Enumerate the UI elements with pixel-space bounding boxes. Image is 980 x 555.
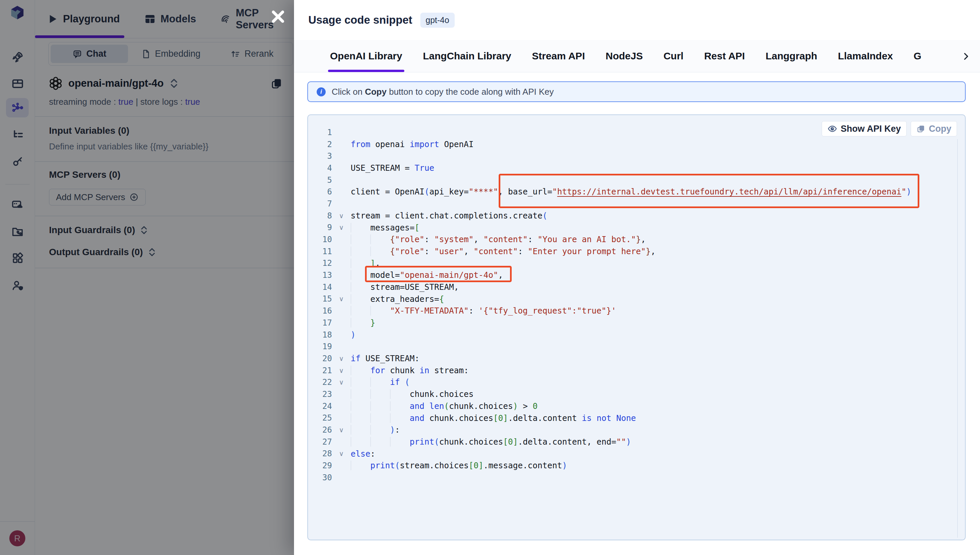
code-text: {"role": "system", "content": "You are a… (351, 233, 646, 245)
line-number: 26 (308, 425, 332, 435)
copy-icon (916, 124, 926, 133)
line-number: 7 (308, 199, 332, 209)
code-line: 27 print(chunk.choices[0].delta.content,… (308, 436, 965, 448)
code-text: stream = client.chat.completions.create( (351, 210, 547, 222)
model-annotation-box (365, 266, 512, 282)
line-number: 17 (308, 318, 332, 327)
code-text: USE_STREAM = True (351, 162, 434, 174)
line-number: 15 (308, 294, 332, 303)
line-number: 20 (308, 354, 332, 363)
code-line: 25 and chunk.choices[0].delta.content is… (308, 412, 965, 424)
code-line: 20∨if USE_STREAM: (308, 353, 965, 364)
code-line: 29 print(stream.choices[0].message.conte… (308, 460, 965, 472)
code-text: ): (351, 424, 400, 436)
copy-info-banner: i Click on Copy button to copy the code … (307, 82, 966, 102)
line-number: 13 (308, 271, 332, 280)
code-text: else: (351, 448, 375, 460)
line-number: 22 (308, 377, 332, 387)
code-line: 8∨stream = client.chat.completions.creat… (308, 210, 965, 222)
show-api-key-button[interactable]: Show API Key (822, 121, 906, 136)
code-line: 4USE_STREAM = True (308, 162, 965, 174)
close-icon[interactable] (269, 7, 287, 26)
code-line: 10 {"role": "system", "content": "You ar… (308, 233, 965, 245)
fold-chevron-icon[interactable]: ∨ (332, 223, 351, 231)
code-line: 19 (308, 340, 965, 353)
code-text: for chunk in stream: (351, 364, 468, 377)
code-text: stream=USE_STREAM, (351, 281, 459, 293)
fold-chevron-icon[interactable]: ∨ (332, 426, 351, 434)
code-line: 17 } (308, 317, 965, 329)
code-line: 9∨ messages=[ (308, 222, 965, 234)
code-line: 16 "X-TFY-METADATA": '{"tfy_log_request"… (308, 305, 965, 317)
line-number: 29 (308, 461, 332, 470)
tabs-scroll-right[interactable] (961, 40, 971, 72)
tab-openai-library[interactable]: OpenAI Library (330, 40, 402, 72)
code-editor: Show API Key Copy 12from openai import O… (307, 114, 966, 541)
code-line: 21∨ for chunk in stream: (308, 364, 965, 377)
line-number: 21 (308, 366, 332, 375)
code-text: from openai import OpenAI (351, 138, 474, 151)
copy-code-button[interactable]: Copy (911, 121, 957, 136)
line-number: 30 (308, 473, 332, 482)
eye-icon (827, 124, 837, 134)
banner-text: Click on Copy button to copy the code al… (332, 87, 554, 97)
line-number: 28 (308, 449, 332, 458)
line-number: 24 (308, 402, 332, 411)
modal-body: i Click on Copy button to copy the code … (307, 82, 966, 541)
code-text: messages=[ (351, 222, 420, 234)
tab-langgraph[interactable]: Langgraph (766, 40, 817, 72)
line-number: 2 (308, 140, 332, 149)
line-number: 1 (308, 128, 332, 137)
code-line: 23 chunk.choices (308, 388, 965, 400)
info-icon: i (317, 87, 326, 96)
tab-langchain-library[interactable]: LangChain Library (423, 40, 512, 72)
code-line: 26∨ ): (308, 424, 965, 436)
code-line: 15∨ extra_headers={ (308, 293, 965, 305)
tab-nodejs[interactable]: NodeJS (606, 40, 643, 72)
tab-cut-off[interactable]: G (914, 40, 921, 72)
line-number: 5 (308, 175, 332, 185)
modal-backdrop[interactable] (0, 0, 294, 555)
fold-chevron-icon[interactable]: ∨ (332, 354, 351, 363)
code-text: {"role": "user", "content": "Enter your … (351, 245, 655, 258)
line-number: 27 (308, 437, 332, 447)
line-number: 18 (308, 330, 332, 340)
code-text: chunk.choices (351, 388, 474, 400)
line-number: 25 (308, 413, 332, 423)
fold-chevron-icon[interactable]: ∨ (332, 212, 351, 220)
show-api-key-label: Show API Key (841, 124, 901, 134)
usage-code-snippet-modal: Usage code snippet gpt-4o OpenAI Library… (294, 0, 980, 555)
code-line: 22∨ if ( (308, 376, 965, 388)
code-text: "X-TFY-METADATA": '{"tfy_log_request":"t… (351, 305, 616, 317)
code-line: 24 and len(chunk.choices) > 0 (308, 400, 965, 412)
fold-chevron-icon[interactable]: ∨ (332, 378, 351, 386)
modal-header: Usage code snippet gpt-4o (294, 0, 980, 40)
snippet-tabbar: OpenAI Library LangChain Library Stream … (294, 40, 980, 72)
code-text: extra_headers={ (351, 293, 444, 305)
tab-rest-api[interactable]: Rest API (704, 40, 745, 72)
code-line: 14 stream=USE_STREAM, (308, 281, 965, 293)
code-text: ) (351, 329, 356, 341)
line-number: 9 (308, 223, 332, 232)
tab-stream-api[interactable]: Stream API (532, 40, 585, 72)
line-number: 6 (308, 187, 332, 196)
fold-chevron-icon[interactable]: ∨ (332, 295, 351, 303)
chevron-right-icon (961, 51, 971, 62)
line-number: 10 (308, 235, 332, 244)
fold-chevron-icon[interactable]: ∨ (332, 450, 351, 457)
code-text: and chunk.choices[0].delta.content is no… (351, 412, 636, 424)
fold-chevron-icon[interactable]: ∨ (332, 367, 351, 375)
line-number: 11 (308, 247, 332, 256)
code-text: and len(chunk.choices) > 0 (351, 400, 538, 412)
model-badge: gpt-4o (420, 13, 455, 28)
tab-curl[interactable]: Curl (663, 40, 683, 72)
copy-code-label: Copy (929, 124, 952, 134)
line-number: 23 (308, 390, 332, 399)
tab-llamaindex[interactable]: LlamaIndex (838, 40, 893, 72)
line-number: 8 (308, 211, 332, 220)
line-number: 4 (308, 164, 332, 173)
code-line: 11 {"role": "user", "content": "Enter yo… (308, 245, 965, 258)
code-text: print(stream.choices[0].message.content) (351, 460, 567, 472)
line-number: 19 (308, 342, 332, 351)
line-number: 3 (308, 151, 332, 161)
